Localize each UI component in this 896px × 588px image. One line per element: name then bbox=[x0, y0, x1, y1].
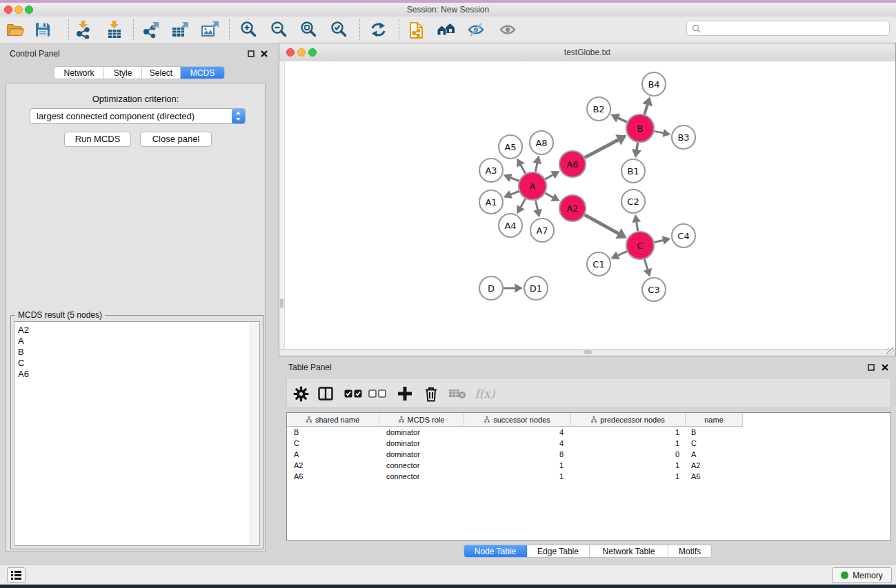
mcds-result-item-c[interactable]: C bbox=[18, 358, 24, 369]
graph-edge-B-B3[interactable] bbox=[655, 129, 671, 137]
mcds-result-item-a2[interactable]: A2 bbox=[18, 325, 29, 336]
graph-edge-A-A7[interactable] bbox=[533, 201, 542, 218]
graph-node-A4[interactable]: A4 bbox=[499, 214, 522, 237]
graph-node-A7[interactable]: A7 bbox=[530, 219, 554, 242]
graph-node-B1[interactable]: B1 bbox=[621, 159, 645, 183]
network-from-file-icon[interactable] bbox=[407, 20, 426, 39]
close-panel-button[interactable]: Close panel bbox=[140, 132, 212, 147]
graph-node-B[interactable]: B bbox=[626, 114, 654, 142]
delete-table-icon[interactable] bbox=[447, 385, 468, 403]
table-row-a6[interactable]: A6connector11A6 bbox=[287, 471, 890, 482]
import-network-icon[interactable] bbox=[74, 20, 93, 39]
network-vertical-scrollbar[interactable] bbox=[279, 61, 285, 349]
result-list-scrollbar[interactable] bbox=[250, 322, 259, 545]
graph-edge-B-B4[interactable] bbox=[642, 97, 653, 114]
tab-network-table[interactable]: Network Table bbox=[590, 545, 668, 557]
tab-select[interactable]: Select bbox=[142, 67, 181, 79]
vertical-scrollbar-thumb[interactable] bbox=[280, 298, 283, 308]
show-all-eye-icon[interactable] bbox=[498, 20, 517, 39]
show-columns-icon[interactable] bbox=[315, 385, 336, 403]
graph-node-B2[interactable]: B2 bbox=[587, 97, 610, 121]
tab-style[interactable]: Style bbox=[104, 67, 142, 79]
column-header-name[interactable]: name bbox=[686, 413, 743, 427]
zoom-fit-icon[interactable] bbox=[299, 20, 319, 39]
window-resize-handle[interactable] bbox=[886, 347, 895, 355]
export-network-icon[interactable] bbox=[141, 20, 161, 39]
graph-edge-C-C2[interactable] bbox=[632, 214, 641, 231]
graph-edge-A2-C[interactable] bbox=[585, 215, 627, 239]
graph-node-A[interactable]: A bbox=[519, 172, 546, 200]
graph-node-C4[interactable]: C4 bbox=[672, 224, 695, 247]
column-header-predecessor-nodes[interactable]: predecessor nodes bbox=[571, 413, 686, 427]
graph-node-C3[interactable]: C3 bbox=[642, 278, 666, 301]
tab-mcds[interactable]: MCDS bbox=[181, 67, 224, 79]
mcds-result-item-b[interactable]: B bbox=[18, 347, 24, 358]
network-canvas[interactable]: B4B2BB3A8A5A6A3B1AA1C2A2A4A7C4CC1C3DD1 bbox=[279, 61, 895, 349]
save-session-icon[interactable] bbox=[33, 20, 52, 39]
close-panel-icon[interactable] bbox=[259, 49, 269, 59]
tab-network[interactable]: Network bbox=[54, 67, 104, 79]
table-row-b[interactable]: Bdominator41B bbox=[287, 427, 890, 438]
select-all-checkboxes-icon[interactable] bbox=[343, 385, 364, 403]
mcds-result-item-a6[interactable]: A6 bbox=[18, 369, 29, 380]
delete-row-trash-icon[interactable] bbox=[421, 385, 441, 403]
graph-node-C1[interactable]: C1 bbox=[587, 252, 610, 276]
table-row-c[interactable]: Cdominator41C bbox=[287, 438, 890, 449]
graph-edge-A-A3[interactable] bbox=[504, 174, 519, 182]
graph-edge-B-B2[interactable] bbox=[610, 114, 627, 123]
task-history-button[interactable] bbox=[7, 567, 26, 583]
graph-edge-C-C4[interactable] bbox=[654, 236, 670, 245]
graph-node-D1[interactable]: D1 bbox=[524, 276, 548, 300]
graph-edge-A6-B[interactable] bbox=[585, 134, 627, 157]
run-mcds-button[interactable]: Run MCDS bbox=[64, 132, 131, 147]
graph-edge-A-A4[interactable] bbox=[517, 199, 525, 214]
import-table-icon[interactable] bbox=[105, 20, 124, 39]
export-table-icon[interactable] bbox=[170, 20, 190, 39]
search-field[interactable] bbox=[686, 21, 890, 36]
graph-edge-A-A6[interactable] bbox=[545, 171, 559, 179]
function-builder-icon[interactable]: f(x) bbox=[475, 385, 495, 403]
optimization-criterion-dropdown[interactable]: largest connected component (directed) bbox=[30, 108, 246, 124]
table-settings-gear-icon[interactable] bbox=[290, 385, 311, 403]
search-input[interactable] bbox=[705, 22, 887, 36]
export-image-icon[interactable] bbox=[200, 20, 219, 39]
graph-edge-A-A2[interactable] bbox=[545, 193, 559, 201]
graph-node-A2[interactable]: A2 bbox=[559, 195, 586, 221]
graph-node-C2[interactable]: C2 bbox=[621, 190, 645, 213]
hide-selected-eye-icon[interactable] bbox=[466, 20, 486, 39]
mcds-result-item-a[interactable]: A bbox=[18, 336, 24, 347]
deselect-all-checkboxes-icon[interactable] bbox=[367, 385, 388, 403]
column-header-shared-name[interactable]: shared name bbox=[287, 413, 379, 427]
graph-node-A8[interactable]: A8 bbox=[530, 131, 553, 154]
table-row-a[interactable]: Adominator80A bbox=[287, 449, 890, 460]
graph-edge-A-A1[interactable] bbox=[504, 190, 519, 199]
add-row-icon[interactable] bbox=[395, 385, 415, 403]
zoom-in-icon[interactable] bbox=[239, 20, 259, 39]
close-table-panel-icon[interactable] bbox=[880, 363, 890, 372]
graph-node-A3[interactable]: A3 bbox=[479, 159, 503, 182]
memory-button[interactable]: Memory bbox=[832, 567, 892, 583]
graph-node-B3[interactable]: B3 bbox=[672, 125, 695, 149]
graph-edge-C-C3[interactable] bbox=[644, 259, 652, 277]
graph-edge-B-B1[interactable] bbox=[632, 143, 641, 159]
refresh-icon[interactable] bbox=[368, 20, 388, 39]
zoom-selected-icon[interactable] bbox=[330, 20, 349, 39]
float-table-panel-icon[interactable] bbox=[866, 363, 876, 372]
float-panel-icon[interactable] bbox=[246, 49, 256, 59]
tab-motifs[interactable]: Motifs bbox=[668, 545, 711, 557]
column-header-successor-nodes[interactable]: successor nodes bbox=[464, 413, 571, 427]
graph-edge-D-D1[interactable] bbox=[504, 284, 523, 293]
tab-edge-table[interactable]: Edge Table bbox=[527, 545, 590, 557]
graph-node-A5[interactable]: A5 bbox=[499, 135, 522, 159]
graph-node-A1[interactable]: A1 bbox=[479, 190, 503, 214]
zoom-out-icon[interactable] bbox=[270, 20, 289, 39]
horizontal-scrollbar-thumb[interactable] bbox=[584, 350, 592, 354]
graph-edge-A-A5[interactable] bbox=[517, 159, 525, 174]
graph-node-D[interactable]: D bbox=[479, 276, 503, 300]
graph-edge-C-C1[interactable] bbox=[610, 252, 627, 260]
graph-node-B4[interactable]: B4 bbox=[642, 72, 666, 96]
column-header-MCDS-role[interactable]: MCDS role bbox=[379, 413, 464, 427]
open-file-icon[interactable] bbox=[6, 20, 25, 39]
graph-edge-A-A8[interactable] bbox=[532, 156, 541, 172]
home-view-icon[interactable] bbox=[437, 20, 456, 39]
